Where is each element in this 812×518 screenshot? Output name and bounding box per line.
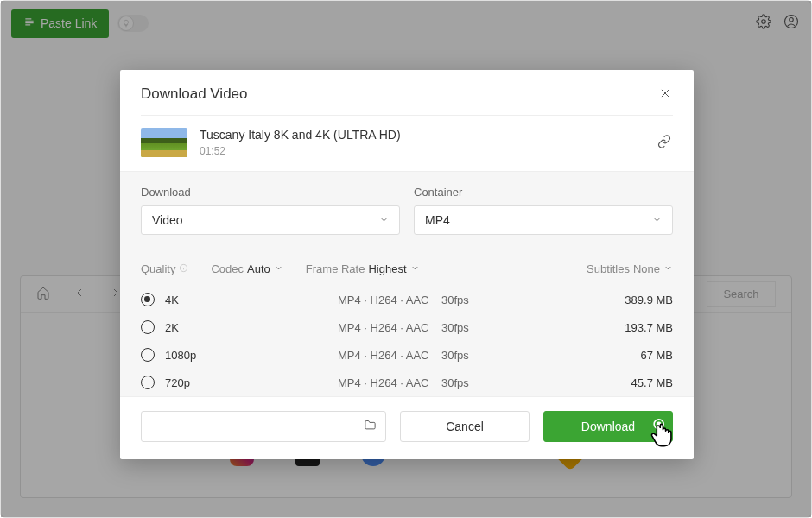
- link-icon: [657, 136, 671, 151]
- close-icon: [659, 87, 671, 102]
- quality-size: 193.7 MB: [625, 321, 673, 334]
- container-select[interactable]: MP4: [414, 205, 673, 235]
- cancel-button[interactable]: Cancel: [400, 411, 530, 442]
- quality-name: 4K: [165, 294, 338, 306]
- video-meta: Tuscany Italy 8K and 4K (ULTRA HD) 01:52: [200, 128, 645, 157]
- download-button[interactable]: Download: [543, 411, 673, 442]
- quality-name: 720p: [165, 376, 338, 389]
- quality-fps: 30fps: [441, 321, 545, 334]
- modal-header: Download Video: [120, 70, 694, 115]
- app-window: Paste Link Search: [0, 0, 812, 518]
- codec-label: Codec: [211, 262, 244, 275]
- chevron-down-icon: [663, 262, 673, 275]
- close-button[interactable]: [659, 87, 673, 101]
- download-modal: Download Video Tuscany Italy 8K and 4K (…: [120, 70, 694, 459]
- framerate-filter[interactable]: Frame Rate Highest: [306, 262, 420, 275]
- download-type-select[interactable]: Video: [141, 205, 400, 235]
- modal-title: Download Video: [141, 85, 248, 103]
- download-type-value: Video: [152, 213, 183, 227]
- quality-label: Quality: [141, 262, 175, 275]
- quality-row[interactable]: 4KMP4 · H264 · AAC30fps389.9 MB: [120, 286, 694, 313]
- copy-link-button[interactable]: [657, 135, 673, 150]
- quality-size: 389.9 MB: [625, 294, 673, 306]
- codec-filter[interactable]: Codec Auto: [211, 262, 282, 275]
- subtitles-value: None: [633, 262, 660, 275]
- quality-fps: 30fps: [441, 349, 545, 362]
- quality-codec: MP4 · H264 · AAC: [338, 321, 441, 334]
- video-title: Tuscany Italy 8K and 4K (ULTRA HD): [200, 128, 645, 142]
- framerate-value: Highest: [368, 262, 406, 275]
- video-info-row: Tuscany Italy 8K and 4K (ULTRA HD) 01:52: [120, 116, 694, 171]
- subtitles-filter[interactable]: Subtitles None: [587, 262, 673, 275]
- codec-value: Auto: [247, 262, 270, 275]
- quality-name: 1080p: [165, 349, 338, 362]
- framerate-label: Frame Rate: [306, 262, 365, 275]
- quality-fps: 30fps: [441, 294, 545, 306]
- folder-icon[interactable]: [364, 419, 377, 435]
- quality-radio[interactable]: [141, 348, 155, 362]
- quality-fps: 30fps: [441, 376, 545, 389]
- quality-codec: MP4 · H264 · AAC: [338, 376, 441, 389]
- modal-footer: Cancel Download: [120, 396, 694, 459]
- quality-radio[interactable]: [141, 376, 155, 389]
- video-duration: 01:52: [200, 145, 645, 157]
- info-icon[interactable]: [179, 262, 188, 275]
- quality-row[interactable]: 1080pMP4 · H264 · AAC30fps67 MB: [120, 341, 694, 369]
- subtitles-label: Subtitles: [587, 262, 630, 275]
- select-section: Download Video Container MP4: [120, 171, 694, 247]
- quality-list: 4KMP4 · H264 · AAC30fps389.9 MB2KMP4 · H…: [120, 286, 694, 396]
- quality-codec: MP4 · H264 · AAC: [338, 349, 441, 362]
- quality-row[interactable]: 2KMP4 · H264 · AAC30fps193.7 MB: [120, 313, 694, 341]
- filters-row: Quality Codec Auto Frame Rate Highest Su…: [120, 247, 694, 286]
- quality-radio[interactable]: [141, 293, 155, 306]
- quality-codec: MP4 · H264 · AAC: [338, 294, 441, 306]
- quality-size: 45.7 MB: [631, 376, 673, 389]
- video-thumbnail: [141, 128, 187, 157]
- container-value: MP4: [425, 213, 450, 227]
- chevron-down-icon: [410, 262, 420, 275]
- quality-name: 2K: [165, 321, 338, 334]
- container-label: Container: [414, 186, 673, 199]
- chevron-down-icon: [379, 213, 389, 227]
- quality-size: 67 MB: [640, 349, 673, 362]
- quality-radio[interactable]: [141, 320, 155, 334]
- chevron-down-icon: [652, 213, 662, 227]
- quality-row[interactable]: 720pMP4 · H264 · AAC30fps45.7 MB: [120, 369, 694, 396]
- save-path-input[interactable]: [141, 411, 386, 442]
- download-type-label: Download: [141, 186, 400, 199]
- chevron-down-icon: [274, 262, 283, 275]
